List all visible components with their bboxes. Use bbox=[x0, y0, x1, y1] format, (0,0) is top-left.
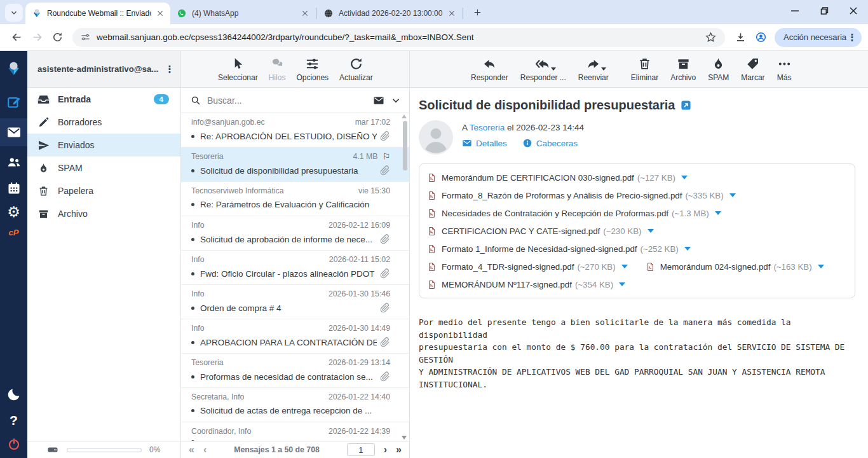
attachment-menu-caret-icon[interactable] bbox=[729, 193, 736, 197]
forward-button[interactable] bbox=[27, 27, 47, 48]
help-icon[interactable]: ? bbox=[10, 413, 18, 428]
bookmark-star-icon[interactable] bbox=[705, 31, 717, 44]
reply-all-button[interactable]: Responder ... bbox=[520, 57, 566, 82]
dark-mode-moon-icon[interactable] bbox=[6, 387, 22, 402]
logout-power-icon[interactable] bbox=[6, 436, 22, 452]
scroll-up-icon[interactable] bbox=[402, 114, 407, 118]
search-options-chevron-icon[interactable] bbox=[390, 95, 402, 106]
reply-all-icon bbox=[536, 57, 550, 71]
threads-button[interactable]: Hilos bbox=[269, 57, 286, 82]
tab-title: Roundcube Webmail :: Enviados bbox=[47, 9, 151, 18]
mark-button[interactable]: Marcar bbox=[741, 57, 764, 82]
refresh-button[interactable]: Actualizar bbox=[339, 57, 373, 82]
flag-icon[interactable]: ⚐ bbox=[382, 152, 390, 161]
search-bar bbox=[181, 88, 409, 113]
profile-icon[interactable] bbox=[750, 27, 771, 48]
mail-nav-selected[interactable] bbox=[0, 118, 27, 146]
reply-button[interactable]: Responder bbox=[471, 57, 508, 82]
attachment-menu-caret-icon[interactable] bbox=[715, 211, 721, 215]
options-button[interactable]: Opciones bbox=[296, 57, 329, 82]
list-item[interactable]: Info2026-01-30 15:46 Orden de compra # 4 bbox=[181, 285, 409, 319]
delete-button[interactable]: Eliminar bbox=[631, 57, 658, 82]
attachment-item[interactable]: Formato_8_Razón de Proformas y Análisis … bbox=[427, 190, 736, 201]
attachment-menu-caret-icon[interactable] bbox=[684, 247, 691, 251]
folder-drafts[interactable]: Borradores bbox=[27, 111, 180, 134]
archive-button[interactable]: Archivo bbox=[670, 57, 696, 82]
restore-button[interactable] bbox=[810, 0, 839, 22]
attachment-item[interactable]: MEMORÁNDUM Nº117-signed.pdf (~354 KB) bbox=[427, 279, 625, 290]
open-in-new-window-icon[interactable] bbox=[681, 100, 691, 111]
attachment-item[interactable]: Formato 1_Informe de Necesidad-signed-si… bbox=[427, 244, 691, 254]
compose-icon[interactable] bbox=[6, 95, 22, 110]
close-tab-icon[interactable] bbox=[155, 8, 165, 18]
list-item[interactable]: Tesoreria2026-01-29 13:14 Proformas de n… bbox=[181, 354, 409, 388]
folder-spam[interactable]: SPAM bbox=[27, 156, 180, 179]
headers-toggle[interactable]: Cabeceras bbox=[522, 138, 578, 148]
list-item[interactable]: Coordinador, Info2026-01-22 14:39 bbox=[181, 422, 409, 441]
attachment-menu-caret-icon[interactable] bbox=[619, 282, 625, 286]
scroll-down-icon[interactable] bbox=[402, 436, 407, 440]
close-window-button[interactable] bbox=[839, 0, 868, 22]
new-tab-button[interactable] bbox=[469, 4, 485, 20]
spam-button[interactable]: SPAM bbox=[708, 57, 729, 82]
message-sender: Secretaria, Info bbox=[191, 392, 323, 401]
last-page-icon[interactable]: » bbox=[396, 445, 402, 455]
next-page-icon[interactable]: › bbox=[384, 445, 387, 455]
settings-gear-icon[interactable]: ⚙ bbox=[6, 204, 22, 221]
scope-envelope-icon[interactable] bbox=[373, 95, 384, 106]
more-button[interactable]: Más bbox=[777, 57, 792, 82]
tab-search-button[interactable] bbox=[5, 4, 23, 22]
list-item[interactable]: Secretaria, Info2026-01-22 14:40 Solicit… bbox=[181, 388, 409, 422]
action-needed-button[interactable]: Acción necesaria ⋮ bbox=[775, 28, 862, 47]
forward-button[interactable]: Reenviar bbox=[578, 57, 609, 82]
attachment-menu-caret-icon[interactable] bbox=[621, 265, 628, 268]
browser-tab-roundcube[interactable]: Roundcube Webmail :: Enviados bbox=[25, 3, 170, 24]
reload-button[interactable] bbox=[47, 27, 67, 48]
attachment-item[interactable]: CERTIFICACION PAC Y CATE-signed.pdf (~23… bbox=[427, 226, 654, 237]
close-tab-icon[interactable] bbox=[447, 8, 457, 18]
list-item[interactable]: Info2026-01-30 14:49 APROBACION PARA LA … bbox=[181, 319, 409, 354]
dropdown-caret-icon[interactable] bbox=[601, 67, 606, 71]
account-header[interactable]: asistente-administrativo@sa... ⋮ bbox=[27, 51, 180, 88]
url-text: webmail.sanjuan.gob.ec/cpsess1364244002/… bbox=[97, 32, 700, 42]
attachment-menu-caret-icon[interactable] bbox=[681, 176, 688, 179]
attachment-item[interactable]: Memorándum 024-signed.pdf (~163 KB) bbox=[646, 261, 824, 272]
unread-dot-icon bbox=[191, 440, 194, 441]
contacts-icon[interactable] bbox=[6, 155, 22, 170]
site-settings-icon[interactable] bbox=[80, 32, 91, 43]
folder-archive[interactable]: Archivo bbox=[27, 202, 180, 225]
attachment-menu-caret-icon[interactable] bbox=[648, 229, 654, 233]
folder-sent[interactable]: Enviados bbox=[27, 134, 180, 156]
attachment-item[interactable]: Necesidades de Contratación y Recepción … bbox=[427, 208, 721, 219]
back-button[interactable] bbox=[6, 27, 27, 48]
list-item[interactable]: info@sanjuan.gob.ecmar 17:02 Re: APROBAC… bbox=[181, 113, 409, 148]
dropdown-caret-icon[interactable] bbox=[551, 67, 556, 71]
downloads-icon[interactable] bbox=[730, 27, 750, 48]
list-item[interactable]: Info2026-02-12 16:09 Solicitud de aproba… bbox=[181, 216, 409, 251]
minimize-button[interactable] bbox=[780, 0, 810, 22]
recipient-link[interactable]: Tesoreria bbox=[470, 123, 505, 132]
browser-menu-icon[interactable]: ⋮ bbox=[846, 32, 858, 43]
browser-tab-actividad[interactable]: Actividad 2026-02-20 13:00:00 bbox=[317, 3, 462, 24]
list-scrollbar[interactable] bbox=[403, 121, 407, 170]
prev-page-icon[interactable]: ‹ bbox=[203, 445, 207, 455]
browser-tab-whatsapp[interactable]: (4) WhatsApp bbox=[170, 3, 315, 24]
account-menu-icon[interactable]: ⋮ bbox=[164, 64, 175, 75]
list-item[interactable]: Info2026-02-11 15:02 Fwd: Oficio Circula… bbox=[181, 251, 409, 285]
cpanel-icon[interactable]: cP bbox=[9, 228, 19, 237]
attachment-menu-caret-icon[interactable] bbox=[818, 265, 824, 268]
search-input[interactable] bbox=[207, 95, 367, 106]
list-item[interactable]: Tecnoserviweb Informáticavie 15:30 Re: P… bbox=[181, 182, 409, 216]
first-page-icon[interactable]: « bbox=[189, 445, 194, 455]
page-number-input[interactable] bbox=[347, 443, 375, 456]
select-button[interactable]: Seleccionar bbox=[218, 57, 258, 82]
details-toggle[interactable]: Detalles bbox=[462, 138, 507, 148]
folder-trash[interactable]: Papelera bbox=[27, 179, 180, 202]
attachment-item[interactable]: Formato_4_TDR-signed-signed.pdf (~270 KB… bbox=[427, 261, 628, 272]
close-tab-icon[interactable] bbox=[300, 8, 310, 18]
calendar-icon[interactable] bbox=[6, 181, 22, 196]
list-item-selected[interactable]: Tesoreria4.1 MB⚐ Solicitud de disponibil… bbox=[181, 148, 409, 182]
folder-inbox[interactable]: Entrada 4 bbox=[27, 88, 180, 111]
address-bar[interactable]: webmail.sanjuan.gob.ec/cpsess1364244002/… bbox=[72, 28, 725, 47]
attachment-item[interactable]: Memorándum DE CERTIFICACION 030-signed.p… bbox=[427, 172, 688, 183]
